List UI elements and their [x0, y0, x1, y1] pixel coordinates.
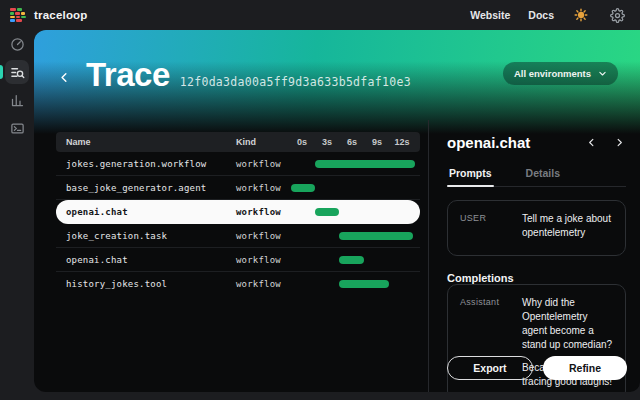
span-duration-track [290, 272, 418, 296]
completions-heading: Completions [447, 272, 626, 284]
table-row[interactable]: openai.chatworkflow [56, 248, 420, 272]
prev-span-button[interactable] [584, 136, 598, 150]
table-row[interactable]: base_joke_generator.agentworkflow [56, 176, 420, 200]
theme-sun-icon[interactable] [572, 6, 590, 24]
span-duration-bar [339, 256, 364, 264]
span-duration-bar [315, 208, 339, 216]
environment-selector-label: All environments [514, 68, 591, 79]
export-button[interactable]: Export [447, 356, 533, 380]
sidebar-nav [0, 30, 34, 392]
span-duration-track [290, 224, 418, 247]
span-table: Name Kind 0s3s6s9s12s jokes.generation.w… [56, 132, 420, 296]
brand-name: traceloop [34, 9, 88, 21]
column-kind: Kind [236, 137, 256, 147]
axis-tick: 9s [372, 137, 382, 147]
website-link[interactable]: Website [470, 9, 510, 21]
main-panel: Trace 12f0da3da00a5ff9d3a633b5dfaf10e3 A… [34, 30, 640, 392]
span-name: base_joke_generator.agent [66, 183, 206, 193]
trace-search-icon [10, 65, 25, 80]
table-row[interactable]: openai.chatworkflow [56, 200, 420, 224]
span-duration-track [290, 152, 418, 175]
span-kind: workflow [236, 207, 281, 217]
table-row[interactable]: jokes.generation.workflowworkflow [56, 152, 420, 176]
prompt-role-label: USER [460, 212, 522, 244]
next-span-button[interactable] [612, 136, 626, 150]
refine-button[interactable]: Refine [543, 356, 627, 380]
back-chevron-icon[interactable] [58, 71, 71, 84]
span-kind: workflow [236, 159, 281, 169]
sidebar-active-indicator [0, 65, 3, 79]
span-kind: workflow [236, 279, 281, 289]
bar-chart-icon [10, 93, 25, 108]
span-table-header: Name Kind 0s3s6s9s12s [56, 132, 420, 152]
span-duration-bar [315, 160, 415, 168]
sidebar-item-dashboard[interactable] [0, 30, 34, 58]
axis-tick: 6s [347, 137, 357, 147]
sidebar-item-console[interactable] [0, 114, 34, 142]
tab-details[interactable]: Details [524, 163, 562, 186]
chevron-down-icon [598, 69, 607, 78]
trace-gradient-header: Trace 12f0da3da00a5ff9d3a633b5dfaf10e3 A… [34, 30, 640, 134]
environment-selector[interactable]: All environments [503, 62, 618, 85]
tab-prompts[interactable]: Prompts [447, 163, 494, 186]
table-row[interactable]: joke_creation.taskworkflow [56, 224, 420, 248]
span-name: openai.chat [66, 255, 128, 265]
sidebar-item-traces[interactable] [0, 58, 34, 86]
span-duration-track [290, 176, 418, 199]
span-kind: workflow [236, 183, 281, 193]
table-row[interactable]: history_jokes.toolworkflow [56, 272, 420, 296]
chevron-left-icon [586, 137, 597, 148]
axis-tick: 12s [394, 137, 409, 147]
span-duration-track [290, 200, 418, 224]
span-duration-track [290, 248, 418, 271]
top-bar: traceloop Website Docs [0, 0, 640, 30]
axis-tick: 3s [322, 137, 332, 147]
span-kind: workflow [236, 255, 281, 265]
prompt-text: Tell me a joke about opentelemetry [522, 212, 613, 244]
settings-gear-icon[interactable] [608, 6, 626, 24]
span-name: jokes.generation.workflow [66, 159, 206, 169]
span-name: openai.chat [66, 207, 128, 217]
detail-tabs: Prompts Details [447, 163, 626, 187]
span-name: history_jokes.tool [66, 279, 167, 289]
trace-id: 12f0da3da00a5ff9d3a633b5dfaf10e3 [180, 75, 411, 89]
column-name: Name [66, 137, 91, 147]
span-name: joke_creation.task [66, 231, 167, 241]
console-icon [10, 121, 25, 136]
brand[interactable]: traceloop [10, 8, 88, 21]
gauge-icon [10, 37, 25, 52]
axis-tick: 0s [297, 137, 307, 147]
page-title: Trace [86, 56, 170, 94]
chevron-right-icon [614, 137, 625, 148]
traceloop-logo-icon [10, 8, 27, 21]
span-duration-bar [339, 232, 413, 240]
span-detail-panel: openai.chat Prompts Details USER Tell me… [428, 120, 640, 392]
docs-link[interactable]: Docs [528, 9, 554, 21]
span-table-rows: jokes.generation.workflowworkflowbase_jo… [56, 152, 420, 296]
span-duration-bar [339, 280, 389, 288]
detail-title: openai.chat [447, 134, 530, 151]
sidebar-item-analytics[interactable] [0, 86, 34, 114]
span-kind: workflow [236, 231, 281, 241]
timeline-axis: 0s3s6s9s12s [290, 132, 418, 152]
prompt-message: USER Tell me a joke about opentelemetry [447, 200, 626, 256]
span-duration-bar [291, 184, 315, 192]
